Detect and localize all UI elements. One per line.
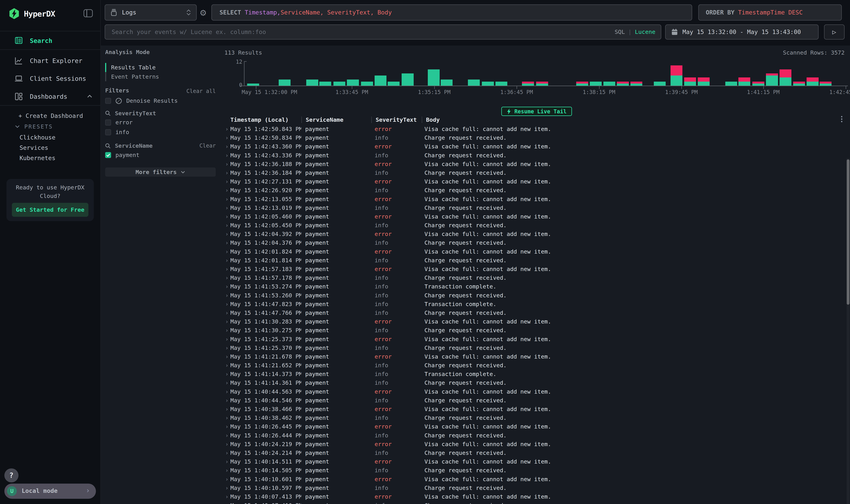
row-expand-chevron[interactable]: › <box>223 205 230 211</box>
table-row[interactable]: ›May 15 1:41:30.283 PMpaymenterrorVisa c… <box>223 317 846 326</box>
histogram-bar[interactable] <box>698 77 710 86</box>
sidebar-item-search[interactable]: Search <box>0 33 100 49</box>
histogram-bar[interactable] <box>576 82 588 86</box>
table-row[interactable]: ›May 15 1:42:43.360 PMpaymenterrorVisa c… <box>223 142 846 151</box>
table-row[interactable]: ›May 15 1:42:13.055 PMpaymenterrorVisa c… <box>223 195 846 203</box>
row-expand-chevron[interactable]: › <box>223 415 230 421</box>
scrollbar-thumb[interactable] <box>847 159 849 305</box>
table-row[interactable]: ›May 15 1:42:50.834 PMpaymentinfoCharge … <box>223 133 846 142</box>
row-expand-chevron[interactable]: › <box>223 257 230 264</box>
payment-checkbox[interactable] <box>105 152 111 158</box>
user-menu[interactable]: U Local mode › <box>4 484 96 499</box>
search-input[interactable] <box>111 28 615 36</box>
table-row[interactable]: ›May 15 1:40:38.466 PMpaymenterrorVisa c… <box>223 405 846 413</box>
table-row[interactable]: ›May 15 1:42:36.188 PMpaymenterrorVisa c… <box>223 160 846 168</box>
chevron-up-icon[interactable] <box>87 93 93 99</box>
row-expand-chevron[interactable]: › <box>223 502 230 504</box>
select-query-input[interactable]: SELECT Timestamp, ServiceName, SeverityT… <box>211 4 692 21</box>
row-expand-chevron[interactable]: › <box>223 143 230 150</box>
row-expand-chevron[interactable]: › <box>223 371 230 377</box>
histogram-bar[interactable] <box>247 84 259 86</box>
histogram-bar[interactable] <box>428 69 440 86</box>
table-row[interactable]: ›May 15 1:41:14.361 PMpaymentinfoCharge … <box>223 378 846 387</box>
histogram-bar[interactable] <box>684 77 696 86</box>
row-expand-chevron[interactable]: › <box>223 441 230 447</box>
table-row[interactable]: ›May 15 1:42:01.824 PMpaymenterrorVisa c… <box>223 247 846 256</box>
row-expand-chevron[interactable]: › <box>223 458 230 465</box>
row-expand-chevron[interactable]: › <box>223 424 230 430</box>
histogram-bar[interactable] <box>402 73 414 86</box>
row-expand-chevron[interactable]: › <box>223 310 230 316</box>
row-expand-chevron[interactable]: › <box>223 187 230 193</box>
table-row[interactable]: ›May 15 1:42:13.019 PMpaymentinfoCharge … <box>223 203 846 212</box>
row-expand-chevron[interactable]: › <box>223 283 230 290</box>
row-expand-chevron[interactable]: › <box>223 467 230 473</box>
row-expand-chevron[interactable]: › <box>223 380 230 386</box>
table-row[interactable]: ›May 15 1:42:05.450 PMpaymentinfoCharge … <box>223 221 846 230</box>
row-expand-chevron[interactable]: › <box>223 450 230 456</box>
denoise-checkbox[interactable] <box>105 98 111 104</box>
histogram-bar[interactable] <box>306 79 318 86</box>
table-row[interactable]: ›May 15 1:41:21.652 PMpaymentinfoCharge … <box>223 361 846 370</box>
table-row[interactable]: ›May 15 1:41:53.260 PMpaymentinfoCharge … <box>223 291 846 300</box>
create-dashboard-button[interactable]: + Create Dashboard <box>0 111 100 121</box>
histogram-bar[interactable] <box>752 82 764 86</box>
table-row[interactable]: ›May 15 1:40:44.563 PMpaymenterrorVisa c… <box>223 387 846 396</box>
histogram-bar[interactable] <box>617 82 629 86</box>
row-expand-chevron[interactable]: › <box>223 485 230 491</box>
table-row[interactable]: ›May 15 1:40:24.214 PMpaymentinfoCharge … <box>223 449 846 457</box>
table-row[interactable]: ›May 15 1:41:21.678 PMpaymenterrorVisa c… <box>223 352 846 361</box>
row-expand-chevron[interactable]: › <box>223 126 230 132</box>
row-expand-chevron[interactable]: › <box>223 222 230 229</box>
histogram-bar[interactable] <box>333 82 345 86</box>
order-by-input[interactable]: ORDER BY TimestampTime DESC <box>698 4 842 21</box>
histogram-bar[interactable] <box>536 82 548 86</box>
histogram-bar[interactable] <box>603 82 615 86</box>
filter-option-error[interactable]: error <box>105 119 216 126</box>
histogram-bar[interactable] <box>671 66 682 86</box>
row-expand-chevron[interactable]: › <box>223 292 230 299</box>
table-row[interactable]: ›May 15 1:40:24.219 PMpaymenterrorVisa c… <box>223 440 846 449</box>
row-expand-chevron[interactable]: › <box>223 389 230 395</box>
resume-live-tail-button[interactable]: Resume Live Tail <box>501 107 572 116</box>
table-row[interactable]: ›May 15 1:42:43.336 PMpaymentinfoCharge … <box>223 151 846 160</box>
table-row[interactable]: ›May 15 1:42:26.920 PMpaymentinfoCharge … <box>223 186 846 195</box>
table-row[interactable]: ›May 15 1:41:25.373 PMpaymenterrorVisa c… <box>223 335 846 343</box>
header-body[interactable]: Body <box>422 115 846 124</box>
source-select[interactable]: Logs <box>105 4 197 21</box>
filter-option-payment[interactable]: payment <box>105 151 216 159</box>
table-row[interactable]: ›May 15 1:40:14.505 PMpaymentinfoCharge … <box>223 466 846 475</box>
row-expand-chevron[interactable]: › <box>223 134 230 141</box>
header-severitytext[interactable]: SeverityText <box>372 115 422 124</box>
row-expand-chevron[interactable]: › <box>223 362 230 368</box>
row-expand-chevron[interactable]: › <box>223 178 230 185</box>
sidebar-collapse-icon[interactable] <box>84 9 93 17</box>
histogram-bar[interactable] <box>590 82 602 86</box>
row-expand-chevron[interactable]: › <box>223 240 230 246</box>
histogram-bar[interactable] <box>375 75 386 86</box>
histogram-bar[interactable] <box>807 77 818 86</box>
histogram-bar[interactable] <box>319 82 331 86</box>
table-row[interactable]: ›May 15 1:41:47.823 PMpaymentinfoTransac… <box>223 300 846 308</box>
table-row[interactable]: ›May 15 1:41:30.275 PMpaymentinfoCharge … <box>223 326 846 335</box>
histogram-bar[interactable] <box>654 82 666 86</box>
error-checkbox[interactable] <box>105 120 111 125</box>
histogram-bar[interactable] <box>820 82 832 86</box>
sidebar-item-dashboards[interactable]: Dashboards <box>0 88 100 105</box>
table-row[interactable]: ›May 15 1:42:27.131 PMpaymenterrorVisa c… <box>223 177 846 186</box>
row-expand-chevron[interactable]: › <box>223 301 230 307</box>
table-row[interactable]: ›May 15 1:42:05.460 PMpaymenterrorVisa c… <box>223 212 846 221</box>
row-expand-chevron[interactable]: › <box>223 354 230 360</box>
table-row[interactable]: ›May 15 1:42:50.843 PMpaymenterrorVisa c… <box>223 125 846 133</box>
gear-icon[interactable]: ⚙ <box>199 8 207 18</box>
table-row[interactable]: ›May 15 1:41:53.274 PMpaymentinfoTransac… <box>223 282 846 291</box>
table-row[interactable]: ›May 15 1:40:07.413 PMpaymenterrorVisa c… <box>223 492 846 501</box>
filter-option-info[interactable]: info <box>105 128 216 136</box>
table-options-icon[interactable] <box>841 116 843 122</box>
row-expand-chevron[interactable]: › <box>223 266 230 272</box>
sidebar-item-chart-explorer[interactable]: Chart Explorer <box>0 53 100 69</box>
histogram-bar[interactable] <box>780 69 791 86</box>
row-expand-chevron[interactable]: › <box>223 170 230 176</box>
histogram-bar[interactable] <box>279 79 291 86</box>
table-row[interactable]: ›May 15 1:42:36.184 PMpaymentinfoCharge … <box>223 168 846 177</box>
